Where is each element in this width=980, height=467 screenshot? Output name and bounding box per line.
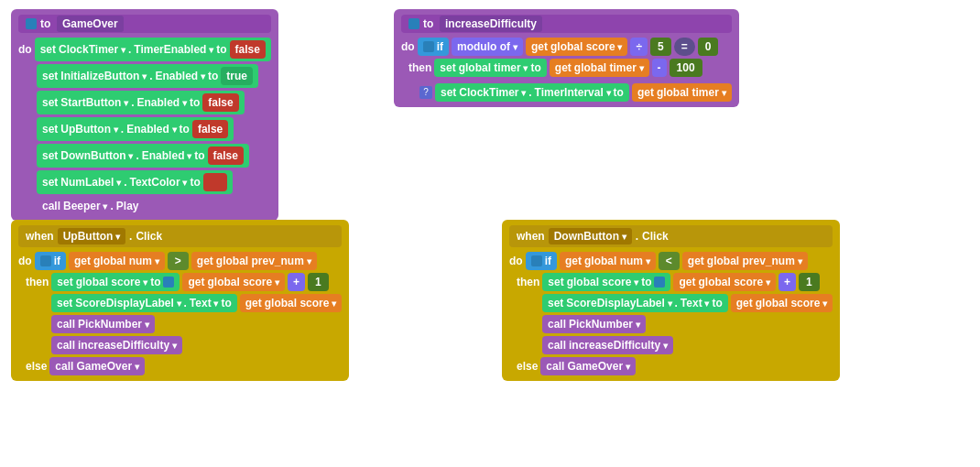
false-val: false <box>230 40 266 59</box>
set-numlabel: set NumLabel . TextColor to <box>37 170 233 194</box>
initbtn-drop[interactable]: InitializeButton <box>60 70 147 82</box>
picknumber-drop[interactable]: PickNumber <box>78 318 149 331</box>
set-startbtn: set StartButton . Enabled to false <box>37 91 245 114</box>
scorelabel-drop[interactable]: ScoreDisplayLabel <box>75 297 180 310</box>
then-label3: then <box>517 276 539 288</box>
call-picknumber2: call PickNumber <box>542 315 646 333</box>
clocktimer2-drop[interactable]: ClockTimer <box>459 86 526 99</box>
dot: . <box>128 43 131 56</box>
call-kw7: call <box>546 360 564 373</box>
global-score-drop3[interactable]: global score <box>207 276 278 288</box>
set-global-score: set global score to <box>51 273 180 291</box>
get-global-timer: get global timer <box>550 59 649 77</box>
dot3: . <box>131 96 134 109</box>
click-label2: Click <box>642 230 669 243</box>
get-kw5: get <box>197 255 213 267</box>
to-kw7: to <box>530 61 540 74</box>
then-row3: then set global score to get global scor… <box>509 273 833 291</box>
text-drop2[interactable]: Text <box>681 297 710 310</box>
set-scorelabel: set ScoreDisplayLabel . Text to <box>51 294 237 312</box>
global-score-drop6[interactable]: global score <box>698 276 769 288</box>
modulo-drop[interactable] <box>513 40 517 53</box>
get-kw6: get <box>188 276 204 288</box>
dot10: . <box>184 297 187 310</box>
global-score-drop[interactable]: global score <box>550 40 622 53</box>
else-row2: else call GameOver <box>509 357 833 375</box>
clocktimer-drop[interactable]: ClockTimer <box>59 43 125 56</box>
false-val3: false <box>192 120 228 138</box>
set-startbtn-row: set StartButton . Enabled to false <box>18 91 271 114</box>
enabled-drop4[interactable]: Enabled <box>142 149 191 162</box>
get-kw8: get <box>565 255 582 267</box>
dot5: . <box>136 149 138 162</box>
set-numlabel-row: set NumLabel . TextColor to <box>18 170 271 194</box>
call-increase-row: call increaseDifficulty <box>18 336 342 354</box>
call-beeper: call Beeper . Play <box>37 197 145 215</box>
dot11: . <box>636 230 638 243</box>
upbtn-drop[interactable]: UpButton <box>60 123 117 136</box>
down-button-click-block: when DownButton . Click do if get global… <box>502 220 840 381</box>
gameover-drop2[interactable]: GameOver <box>567 360 629 373</box>
upbutton-drop[interactable]: UpButton <box>58 228 125 244</box>
if-block3: if <box>526 252 557 270</box>
global-score-drop7[interactable]: global score <box>756 297 827 310</box>
global-score-drop4[interactable]: global score <box>265 297 336 310</box>
timerenabled-drop[interactable]: TimerEnabled <box>134 43 213 56</box>
else-label: else <box>26 360 47 373</box>
get-global-num: get global num <box>69 252 165 270</box>
startbtn-drop[interactable]: StartButton <box>60 96 128 109</box>
timerinterval-drop[interactable]: TimerInterval <box>535 86 611 99</box>
to-kw12: to <box>712 297 722 310</box>
global-prevnum-drop2[interactable]: global prev_num <box>707 255 802 267</box>
get-global-score3: get global score <box>240 294 342 312</box>
get-kw3: get <box>637 86 654 99</box>
do-label2: do <box>401 40 415 53</box>
global-score-drop2[interactable]: global score <box>76 276 147 288</box>
global-prevnum-drop[interactable]: global prev_num <box>216 255 311 267</box>
text-drop[interactable]: Text <box>190 297 219 310</box>
global-timer-drop3[interactable]: global timer <box>657 86 726 99</box>
increase-drop[interactable]: increaseDifficulty <box>78 339 177 352</box>
enabled-drop3[interactable]: Enabled <box>126 123 176 136</box>
global-score-drop5[interactable]: global score <box>567 276 638 288</box>
call-kw6: call <box>548 339 566 352</box>
sq-icon2 <box>408 18 419 29</box>
enabled-drop[interactable]: Enabled <box>155 70 204 82</box>
hundred-val: 100 <box>670 59 702 77</box>
else-row: else call GameOver <box>18 357 342 375</box>
dot12: . <box>675 297 678 310</box>
if-kw2: if <box>54 255 60 267</box>
set-kw9: set <box>57 276 72 288</box>
global-timer-drop2[interactable]: global timer <box>574 61 644 74</box>
get-kw9: get <box>688 255 704 267</box>
enabled-drop2[interactable]: Enabled <box>136 96 186 109</box>
beeper-drop[interactable]: Beeper <box>63 200 107 212</box>
eq-sym: = <box>681 40 688 53</box>
get-kw4: get <box>74 255 91 267</box>
to-kw3: to <box>190 96 200 109</box>
get-global-prevnum: get global prev_num <box>191 252 317 270</box>
to-kw10: to <box>221 297 231 310</box>
set-clocktimer-interval-row: ? set ClockTimer . TimerInterval to get … <box>401 83 732 102</box>
numlabel-drop[interactable]: NumLabel <box>60 176 121 189</box>
global-num-drop[interactable]: global num <box>93 255 159 267</box>
call-kw2: call <box>57 318 75 331</box>
sq-icon3 <box>423 41 434 52</box>
increase-drop2[interactable]: increaseDifficulty <box>569 339 668 352</box>
gameover-drop[interactable]: GameOver <box>76 360 138 373</box>
picknumber-drop2[interactable]: PickNumber <box>569 318 640 331</box>
scorelabel-drop2[interactable]: ScoreDisplayLabel <box>566 297 671 310</box>
click-label: Click <box>136 230 162 243</box>
false-val2: false <box>202 93 238 112</box>
call-picknumber-row2: call PickNumber <box>509 315 833 333</box>
downbutton-drop2[interactable]: DownButton <box>549 228 632 244</box>
downbtn-drop[interactable]: DownButton <box>60 149 133 162</box>
call-gameover: call GameOver <box>49 357 145 375</box>
textcolor-drop[interactable]: TextColor <box>129 176 187 189</box>
set-upbtn: set UpButton . Enabled to false <box>37 117 234 141</box>
global-timer-drop[interactable]: global timer <box>459 61 528 74</box>
set-score-label-row2: set ScoreDisplayLabel . Text to get glob… <box>509 294 833 312</box>
do-if-row: do if modulo of get global score ÷ 5 = 0 <box>401 38 732 56</box>
to-kw4: to <box>180 123 190 136</box>
global-num-drop2[interactable]: global num <box>584 255 650 267</box>
